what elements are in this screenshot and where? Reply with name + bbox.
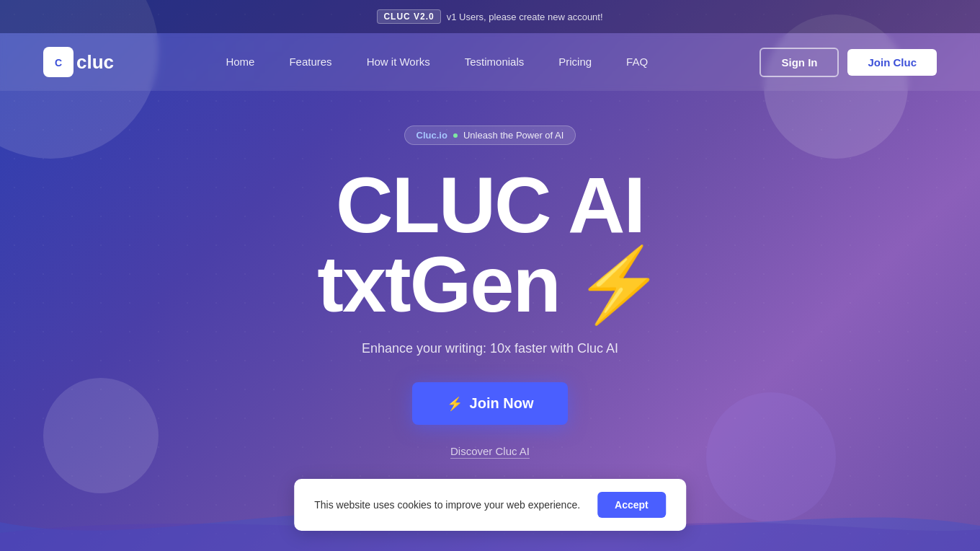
hero-subtitle: Enhance your writing: 10x faster with Cl… <box>362 341 618 356</box>
join-now-label: Join Now <box>470 395 534 412</box>
nav-item-testimonials[interactable]: Testimonials <box>465 56 525 69</box>
nav-item-how-it-works[interactable]: How it Works <box>367 56 430 69</box>
logo: C cluc <box>43 47 114 77</box>
join-cluc-button[interactable]: Join Cluc <box>847 49 937 76</box>
announcement-message: v1 Users, please create new account! <box>447 12 603 22</box>
announcement-badge: CLUC V2.0 <box>377 9 440 24</box>
signin-button[interactable]: Sign In <box>760 48 839 77</box>
logo-icon: C <box>43 47 74 77</box>
nav-item-pricing[interactable]: Pricing <box>558 56 592 69</box>
nav-item-features[interactable]: Features <box>289 56 331 69</box>
hero-badge-text: Unleash the Power of AI <box>463 130 564 141</box>
cookie-message: This website uses cookies to improve you… <box>314 499 580 511</box>
hero-badge-link: Cluc.io <box>416 130 447 141</box>
hero-title-line1: CLUC AI <box>336 165 644 244</box>
join-now-button[interactable]: ⚡ Join Now <box>412 382 569 425</box>
nav-actions: Sign In Join Cluc <box>760 48 937 77</box>
accept-cookies-button[interactable]: Accept <box>597 492 666 518</box>
svg-text:C: C <box>55 57 62 69</box>
navbar: C cluc Home Features How it Works Testim… <box>0 33 980 91</box>
discover-link[interactable]: Discover Cluc AI <box>450 445 530 459</box>
hero-title-line2: txtGen ⚡ <box>317 244 662 324</box>
nav-links: Home Features How it Works Testimonials … <box>226 56 648 69</box>
announcement-bar: CLUC V2.0 v1 Users, please create new ac… <box>0 0 980 33</box>
hero-txtgen-text: txtGen <box>317 244 559 324</box>
nav-item-faq[interactable]: FAQ <box>626 56 648 69</box>
join-now-lightning-icon: ⚡ <box>447 396 463 412</box>
cookie-banner: This website uses cookies to improve you… <box>294 479 686 531</box>
nav-item-home[interactable]: Home <box>226 56 254 69</box>
lightning-icon: ⚡ <box>574 248 663 320</box>
hero-badge: Cluc.io Unleash the Power of AI <box>404 125 576 145</box>
hero-badge-dot <box>453 133 458 138</box>
logo-text: cluc <box>76 51 114 74</box>
